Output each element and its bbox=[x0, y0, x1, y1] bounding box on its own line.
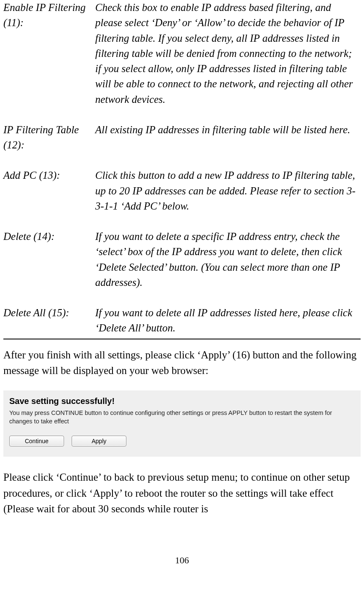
def-label-delete: Delete (14): bbox=[3, 229, 95, 244]
definitions-block: Enable IP Filtering (11): Check this box… bbox=[3, 0, 361, 336]
save-message: You may press CONTINUE button to continu… bbox=[9, 409, 355, 426]
def-enable-ip: Enable IP Filtering (11): Check this box… bbox=[3, 0, 361, 107]
bottom-paragraph: Please click ‘Continue’ to back to previ… bbox=[3, 469, 361, 517]
def-delete-all: Delete All (15): If you want to delete a… bbox=[3, 305, 361, 336]
def-desc-delete: If you want to delete a specific IP addr… bbox=[95, 229, 361, 290]
continue-button[interactable]: Continue bbox=[9, 436, 64, 447]
def-desc-delete-all: If you want to delete all IP addresses l… bbox=[95, 305, 361, 336]
save-buttons-row: Continue Apply bbox=[9, 436, 355, 447]
def-ip-filtering-table: IP Filtering Table (12): All existing IP… bbox=[3, 122, 361, 153]
def-delete: Delete (14): If you want to delete a spe… bbox=[3, 229, 361, 290]
def-label-ip-filtering-table: IP Filtering Table (12): bbox=[3, 122, 95, 153]
def-add-pc: Add PC (13): Click this button to add a … bbox=[3, 168, 361, 214]
def-desc-add-pc: Click this button to add a new IP addres… bbox=[95, 168, 361, 214]
save-setting-screenshot: Save setting successfully! You may press… bbox=[3, 390, 361, 457]
def-label-delete-all: Delete All (15): bbox=[3, 305, 95, 320]
page-number: 106 bbox=[3, 555, 361, 566]
divider-line bbox=[3, 339, 361, 339]
def-label-add-pc: Add PC (13): bbox=[3, 168, 95, 183]
def-label-enable-ip: Enable IP Filtering (11): bbox=[3, 0, 95, 31]
apply-button[interactable]: Apply bbox=[72, 436, 126, 447]
page-container: Enable IP Filtering (11): Check this box… bbox=[0, 0, 364, 566]
save-title: Save setting successfully! bbox=[9, 396, 355, 406]
def-desc-ip-filtering-table: All existing IP addresses in filtering t… bbox=[95, 122, 361, 137]
after-table-paragraph: After you finish with all settings, plea… bbox=[3, 347, 361, 379]
def-desc-enable-ip: Check this box to enable IP address base… bbox=[95, 0, 361, 107]
